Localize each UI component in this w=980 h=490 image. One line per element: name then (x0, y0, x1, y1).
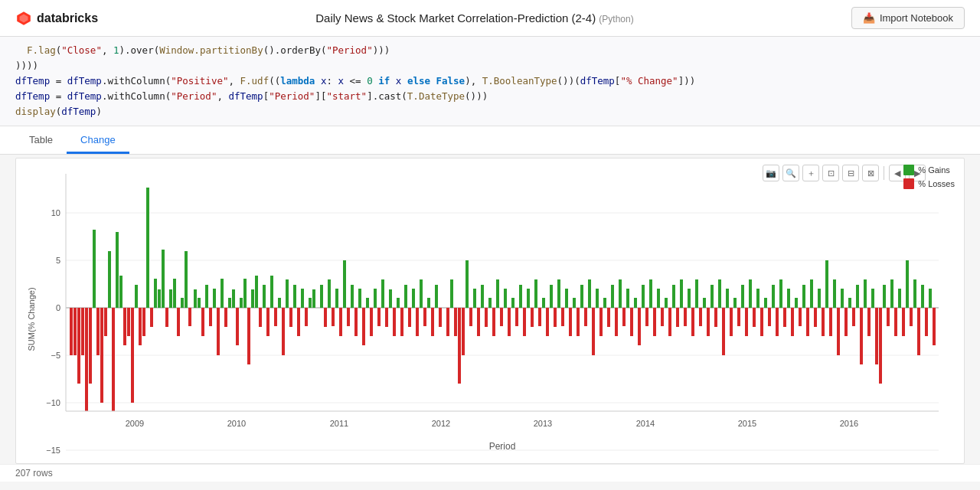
plus-icon[interactable]: ＋ (802, 165, 819, 181)
svg-rect-111 (469, 308, 472, 326)
tab-table[interactable]: Table (15, 126, 67, 154)
svg-rect-214 (864, 279, 867, 308)
svg-rect-110 (466, 260, 469, 308)
svg-rect-133 (554, 308, 557, 327)
svg-rect-120 (504, 289, 507, 308)
pan-icon[interactable]: ⊟ (842, 165, 859, 181)
svg-rect-112 (473, 289, 476, 308)
reset-icon[interactable]: ⊠ (862, 165, 879, 181)
svg-rect-46 (213, 289, 216, 308)
x-tick-2014: 2014 (636, 419, 655, 428)
svg-rect-53 (240, 298, 243, 308)
svg-rect-29 (146, 188, 149, 308)
svg-rect-163 (668, 308, 671, 336)
zoom-icon[interactable]: 🔍 (782, 165, 799, 181)
svg-rect-67 (293, 285, 296, 308)
svg-rect-49 (224, 308, 227, 327)
svg-rect-38 (181, 298, 184, 308)
svg-rect-203 (822, 308, 825, 336)
svg-rect-30 (150, 308, 153, 327)
svg-rect-115 (485, 308, 488, 327)
bar-chart: SUM(% Change) 10 5 0 −5 −10 −15 (24, 166, 965, 461)
svg-rect-187 (760, 308, 763, 336)
svg-rect-108 (458, 308, 461, 384)
svg-rect-199 (806, 308, 809, 336)
svg-rect-21 (116, 232, 119, 308)
svg-rect-228 (917, 308, 920, 355)
svg-rect-145 (599, 308, 603, 336)
notebook-title: Daily News & Stock Market Correlation-Pr… (315, 11, 633, 25)
svg-rect-206 (833, 279, 836, 308)
svg-rect-198 (802, 285, 805, 308)
svg-rect-101 (427, 298, 430, 308)
svg-rect-215 (867, 308, 871, 336)
y-tick-10: 10 (51, 208, 60, 217)
svg-rect-190 (772, 285, 775, 308)
svg-rect-208 (841, 289, 844, 308)
svg-rect-45 (209, 308, 212, 326)
tabs-bar: Table Change (0, 126, 980, 155)
import-notebook-button[interactable]: 📥 Import Notebook (851, 7, 965, 29)
svg-rect-131 (546, 308, 549, 336)
svg-rect-42 (198, 298, 201, 308)
svg-rect-143 (592, 308, 595, 355)
svg-rect-44 (205, 285, 208, 308)
svg-rect-62 (274, 308, 277, 326)
svg-rect-139 (577, 308, 580, 336)
svg-rect-218 (879, 308, 882, 384)
toolbar-separator (884, 166, 884, 180)
svg-rect-20 (112, 308, 115, 422)
svg-rect-40 (188, 308, 191, 326)
svg-rect-127 (531, 308, 534, 327)
svg-rect-51 (232, 289, 235, 308)
svg-rect-28 (142, 308, 145, 336)
svg-rect-117 (492, 308, 495, 336)
svg-rect-99 (420, 279, 423, 308)
row-count-footer: 207 rows (0, 464, 980, 482)
x-tick-2011: 2011 (330, 419, 348, 428)
svg-rect-77 (335, 289, 338, 308)
svg-rect-41 (194, 289, 197, 308)
svg-rect-88 (377, 308, 381, 326)
svg-rect-79 (343, 260, 346, 308)
svg-rect-37 (177, 308, 180, 336)
camera-icon[interactable]: 📷 (763, 165, 779, 181)
svg-rect-149 (615, 308, 618, 336)
box-zoom-icon[interactable]: ⊡ (822, 165, 839, 181)
svg-rect-166 (680, 279, 683, 308)
svg-rect-43 (201, 308, 204, 336)
svg-rect-54 (243, 279, 247, 308)
code-line-5: display(dfTemp) (15, 104, 965, 119)
svg-rect-174 (710, 285, 714, 308)
y-tick-5: 5 (56, 256, 60, 265)
tab-change[interactable]: Change (67, 126, 129, 154)
svg-rect-180 (733, 298, 737, 308)
svg-rect-58 (259, 308, 262, 327)
x-tick-2015: 2015 (738, 419, 756, 428)
svg-rect-92 (393, 308, 396, 336)
svg-rect-113 (477, 308, 480, 336)
svg-rect-193 (783, 308, 786, 327)
svg-rect-100 (423, 308, 426, 326)
svg-rect-72 (312, 289, 315, 308)
svg-rect-216 (871, 289, 874, 308)
svg-rect-157 (645, 308, 648, 326)
svg-rect-35 (169, 289, 172, 308)
svg-rect-107 (454, 308, 457, 336)
svg-rect-68 (297, 308, 300, 336)
svg-rect-9 (70, 308, 73, 355)
svg-rect-25 (131, 308, 134, 403)
svg-rect-122 (511, 298, 514, 308)
svg-rect-169 (691, 308, 694, 336)
svg-rect-219 (883, 285, 886, 308)
svg-rect-229 (921, 285, 924, 308)
svg-rect-130 (542, 298, 545, 308)
svg-rect-151 (622, 308, 626, 326)
svg-rect-224 (902, 308, 905, 336)
svg-rect-39 (185, 251, 188, 308)
svg-rect-167 (684, 308, 687, 326)
svg-rect-196 (795, 298, 798, 308)
svg-rect-48 (220, 279, 224, 308)
svg-rect-85 (366, 298, 369, 308)
svg-rect-209 (844, 308, 848, 336)
